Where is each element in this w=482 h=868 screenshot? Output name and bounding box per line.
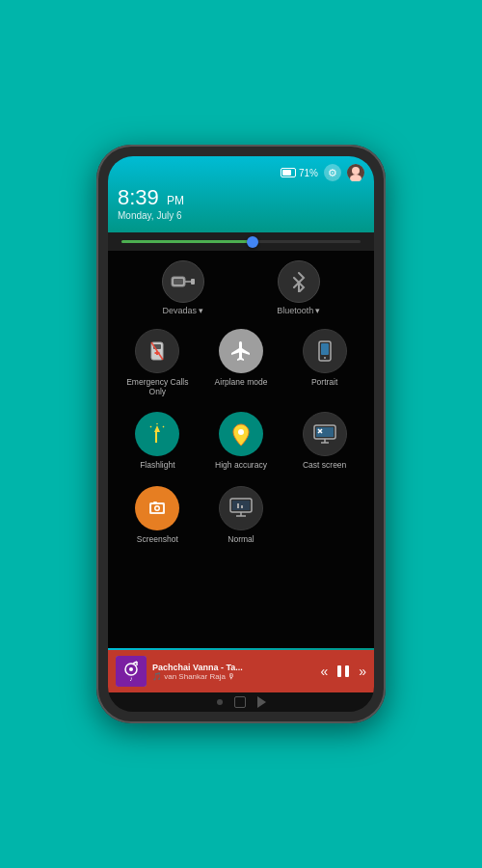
tile-emergency[interactable]: Emergency Calls Only bbox=[118, 323, 198, 402]
battery-percent: 71% bbox=[299, 168, 318, 178]
tile-emergency-icon bbox=[135, 329, 179, 373]
music-artist: 🎵 van Shankar Raja 🎙 bbox=[152, 672, 314, 681]
tile-flashlight-icon bbox=[135, 412, 179, 456]
tile-airplane[interactable]: Airplane mode bbox=[201, 323, 281, 402]
tile-flashlight-label: Flashlight bbox=[140, 460, 174, 470]
tile-high-accuracy-label: High accuracy bbox=[215, 460, 267, 470]
svg-text:♪: ♪ bbox=[129, 675, 133, 682]
tile-normal-icon bbox=[219, 486, 263, 530]
tile-screenshot[interactable]: Screenshot bbox=[118, 480, 198, 550]
svg-rect-40 bbox=[337, 665, 341, 677]
music-title: Pachchai Vanna - Ta... bbox=[152, 663, 314, 672]
battery-indicator: 71% bbox=[281, 168, 318, 178]
status-header: 71% ⚙ 8:39 PM Monday, July bbox=[108, 156, 374, 232]
tile-screenshot-label: Screenshot bbox=[137, 534, 178, 544]
home-dot-recent[interactable] bbox=[257, 696, 266, 708]
phone-screen: 71% ⚙ 8:39 PM Monday, July bbox=[108, 156, 374, 712]
brightness-fill bbox=[121, 240, 253, 243]
tile-emergency-label: Emergency Calls Only bbox=[120, 377, 196, 396]
brightness-thumb[interactable] bbox=[247, 236, 258, 248]
tile-normal[interactable]: Normal bbox=[201, 480, 281, 550]
quick-tiles-area: Devadas ▾ Bluetooth ▾ bbox=[108, 251, 374, 648]
tile-portrait-icon bbox=[303, 329, 347, 373]
tile-high-accuracy-icon bbox=[219, 412, 263, 456]
battery-icon bbox=[281, 168, 296, 177]
tile-cast-screen-label: Cast screen bbox=[303, 460, 346, 470]
tile-airplane-icon bbox=[219, 329, 263, 373]
bluetooth-circle bbox=[278, 260, 320, 303]
quick-tiles-grid: Emergency Calls Only Airplane mode bbox=[116, 323, 366, 550]
svg-rect-4 bbox=[174, 279, 183, 285]
svg-point-1 bbox=[352, 167, 360, 175]
clock-time: 8:39 PM bbox=[118, 187, 364, 208]
device-bluetooth-row: Devadas ▾ Bluetooth ▾ bbox=[116, 257, 366, 319]
svg-rect-6 bbox=[191, 279, 195, 285]
home-dot-home[interactable] bbox=[234, 696, 246, 708]
tile-high-accuracy[interactable]: High accuracy bbox=[201, 406, 281, 475]
tile-screenshot-icon bbox=[135, 486, 179, 530]
tile-portrait[interactable]: Portrait bbox=[284, 323, 364, 402]
tile-normal-label: Normal bbox=[228, 534, 254, 544]
svg-point-14 bbox=[324, 357, 326, 359]
music-thumbnail: ♪ bbox=[116, 656, 147, 687]
settings-icon[interactable]: ⚙ bbox=[324, 164, 341, 181]
svg-point-26 bbox=[156, 506, 159, 509]
svg-point-18 bbox=[238, 429, 244, 435]
tile-portrait-label: Portrait bbox=[311, 377, 337, 387]
brightness-track[interactable] bbox=[121, 240, 361, 243]
bluetooth-label: Bluetooth ▾ bbox=[277, 306, 320, 315]
music-play-button[interactable] bbox=[335, 664, 351, 679]
svg-rect-32 bbox=[237, 503, 239, 508]
music-controls: « » bbox=[320, 664, 366, 679]
tile-cast-screen-icon bbox=[303, 412, 347, 456]
phone-device: 71% ⚙ 8:39 PM Monday, July bbox=[96, 145, 386, 723]
device-circle bbox=[162, 260, 204, 303]
brightness-slider-row bbox=[108, 232, 374, 251]
svg-rect-27 bbox=[153, 502, 157, 503]
music-player-bar: ♪ Pachchai Vanna - Ta... 🎵 van Shankar R… bbox=[108, 650, 374, 692]
device-label: Devadas ▾ bbox=[162, 306, 203, 315]
svg-rect-13 bbox=[321, 343, 329, 355]
status-bar: 71% ⚙ bbox=[118, 164, 364, 181]
bluetooth-item[interactable]: Bluetooth ▾ bbox=[277, 260, 320, 315]
device-item[interactable]: Devadas ▾ bbox=[162, 260, 204, 315]
home-dot-back[interactable] bbox=[217, 699, 223, 705]
svg-line-17 bbox=[163, 426, 164, 427]
tile-airplane-label: Airplane mode bbox=[215, 377, 268, 387]
music-next-button[interactable]: » bbox=[359, 664, 366, 679]
svg-point-36 bbox=[129, 667, 133, 671]
svg-rect-41 bbox=[345, 665, 349, 677]
clock-area: 8:39 PM Monday, July 6 bbox=[118, 185, 364, 223]
svg-rect-33 bbox=[241, 505, 243, 508]
home-bar bbox=[108, 692, 374, 712]
tile-cast-screen[interactable]: Cast screen bbox=[284, 406, 364, 475]
music-prev-button[interactable]: « bbox=[320, 664, 328, 679]
music-info: Pachchai Vanna - Ta... 🎵 van Shankar Raj… bbox=[152, 663, 314, 681]
svg-line-16 bbox=[150, 426, 151, 427]
clock-date: Monday, July 6 bbox=[118, 210, 364, 221]
tile-flashlight[interactable]: Flashlight bbox=[118, 406, 198, 475]
avatar[interactable] bbox=[347, 164, 364, 181]
